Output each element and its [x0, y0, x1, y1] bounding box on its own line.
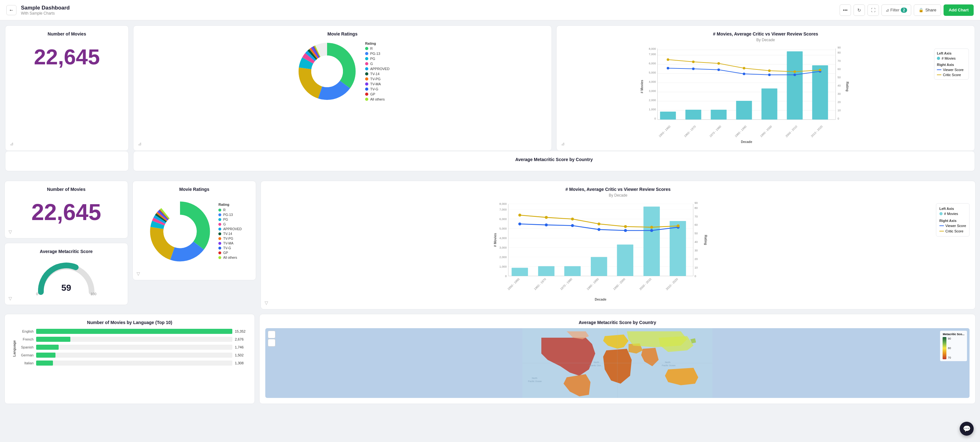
x-label-1990: 1990 - 2000 [612, 278, 626, 291]
combined-chart-card: # Movies, Average Critic vs Viewer Revie… [556, 26, 975, 151]
legend-item: TV-G [365, 87, 390, 91]
chat-bubble[interactable]: 💬 [960, 422, 974, 436]
svg-rect-53 [787, 51, 803, 120]
legend-dot [365, 83, 368, 86]
legend-item-label: GP [223, 251, 228, 255]
filter-icon: ▽ [265, 300, 268, 305]
legend-item: GP [365, 92, 390, 96]
back-icon: ← [9, 7, 14, 13]
svg-text:0: 0 [838, 117, 839, 120]
more-button[interactable]: ••• [840, 5, 851, 16]
map-legend-title: Metacritic Sco... [943, 333, 964, 336]
svg-rect-49 [686, 110, 702, 120]
legend-item: TV-MA [365, 82, 390, 86]
legend-color-dot [218, 242, 221, 245]
legend-color-dot [218, 218, 221, 221]
back-button[interactable]: ← [6, 5, 16, 15]
svg-text:7,000: 7,000 [499, 208, 506, 211]
movies-main-title: Number of Movies [10, 187, 122, 192]
combined-card-main: # Movies, Average Critic vs Viewer Revie… [261, 181, 975, 310]
viewer-dot-2 [545, 223, 548, 227]
legend-title: Rating [365, 41, 390, 45]
more-icon: ••• [843, 8, 848, 13]
legend-dot [365, 67, 368, 70]
svg-rect-54 [812, 65, 828, 120]
legend-item: PG-13 [365, 52, 390, 56]
combined-title: # Movies, Average Critic vs Viewer Revie… [562, 31, 969, 37]
legend-dot [365, 62, 368, 65]
legend-color-dot [218, 228, 221, 230]
fullscreen-button[interactable]: ⛶ [867, 5, 879, 16]
svg-point-73 [768, 69, 771, 72]
bar-fill [36, 329, 232, 334]
svg-rect-50 [711, 110, 727, 120]
x-label-1960: 1960 - 1970 [533, 278, 547, 291]
main-chart-area: 0 1,000 2,000 3,000 4,000 5,000 6,000 7,… [267, 201, 934, 303]
legend-main-list: RPG-13PGGAPPROVEDTV-14TV-PGTV-MATV-GGPAl… [218, 208, 242, 259]
header-title-section: Sample Dashboard With Sample Charts [21, 5, 840, 16]
svg-text:3,000: 3,000 [649, 89, 656, 93]
svg-text:Decade: Decade [595, 298, 607, 301]
filter-button[interactable]: ⊿ Filter 2 [881, 5, 912, 16]
legend-item: R [218, 208, 242, 212]
movies-count-value: 22,645 [11, 40, 123, 77]
svg-text:60: 60 [838, 67, 841, 71]
legend-item: TV-MA [218, 241, 242, 245]
svg-text:4,000: 4,000 [649, 80, 656, 83]
share-button[interactable]: 🔒 Share [914, 5, 941, 16]
svg-text:Atlantic Oce...: Atlantic Oce... [589, 364, 603, 367]
map-legend-content: 90 80 70 [943, 337, 964, 359]
chat-icon: 💬 [963, 425, 971, 432]
svg-text:0: 0 [654, 117, 656, 120]
movies-legend-label: # Movies [944, 212, 958, 215]
svg-text:7,000: 7,000 [649, 53, 656, 56]
legend-dot [365, 57, 368, 60]
bar-row-spanish: Spanish 1,746 [16, 345, 249, 350]
bar-value: 1,502 [235, 353, 249, 357]
critic-dot-4 [597, 223, 600, 225]
svg-text:1,000: 1,000 [649, 108, 656, 111]
svg-text:0: 0 [505, 274, 507, 278]
legend-item: G [365, 62, 390, 65]
legend-dot [365, 88, 368, 91]
svg-text:59: 59 [61, 283, 71, 293]
critic-legend-item: Critic Score [939, 229, 966, 233]
svg-text:2000 - 2010: 2000 - 2010 [785, 125, 798, 138]
svg-rect-48 [660, 112, 676, 120]
filter-count: 2 [901, 8, 907, 13]
dashboard-title: Sample Dashboard [21, 5, 840, 11]
legend-item: PG-13 [218, 213, 242, 217]
svg-text:6,000: 6,000 [499, 217, 506, 221]
legend-label: TV-MA [370, 82, 381, 86]
refresh-icon: ↻ [858, 8, 861, 13]
svg-point-70 [692, 61, 695, 63]
critic-legend-label: Critic Score [945, 229, 964, 233]
svg-text:1950 - 1960: 1950 - 1960 [658, 125, 671, 138]
svg-text:6,000: 6,000 [649, 62, 656, 65]
map-legend-values: 90 80 70 [948, 337, 951, 359]
legend-label: PG [370, 57, 375, 61]
legend-color-dot [218, 232, 221, 235]
x-label-1950: 1950 - 1960 [507, 278, 520, 291]
refresh-button[interactable]: ↻ [854, 5, 865, 16]
x-label-1970: 1970 - 1980 [559, 278, 573, 291]
app-header: ← Sample Dashboard With Sample Charts ••… [0, 0, 980, 20]
zoom-in-button[interactable] [268, 331, 275, 338]
legend-item: R [365, 46, 390, 50]
svg-text:20: 20 [838, 101, 841, 104]
bar-1950 [512, 268, 528, 276]
viewer-legend-label: Viewer Score [945, 224, 966, 228]
svg-text:80: 80 [694, 206, 698, 210]
legend-item-label: PG [223, 217, 228, 221]
zoom-out-button[interactable] [268, 339, 275, 346]
svg-text:Pacific Ocean: Pacific Ocean [662, 364, 675, 367]
bar-fill [36, 361, 53, 365]
add-chart-button[interactable]: Add Chart [943, 5, 974, 16]
legend-label: G [370, 62, 373, 65]
map-title: Average Metacritic Score by Country [139, 157, 969, 162]
legend-item-label: All others [223, 255, 237, 259]
svg-point-69 [667, 58, 670, 61]
bar-chart-section: Language English 15,352 French [10, 329, 249, 369]
bar-chart-rows: English 15,352 French 2,6 [16, 329, 249, 369]
svg-point-71 [718, 62, 720, 65]
